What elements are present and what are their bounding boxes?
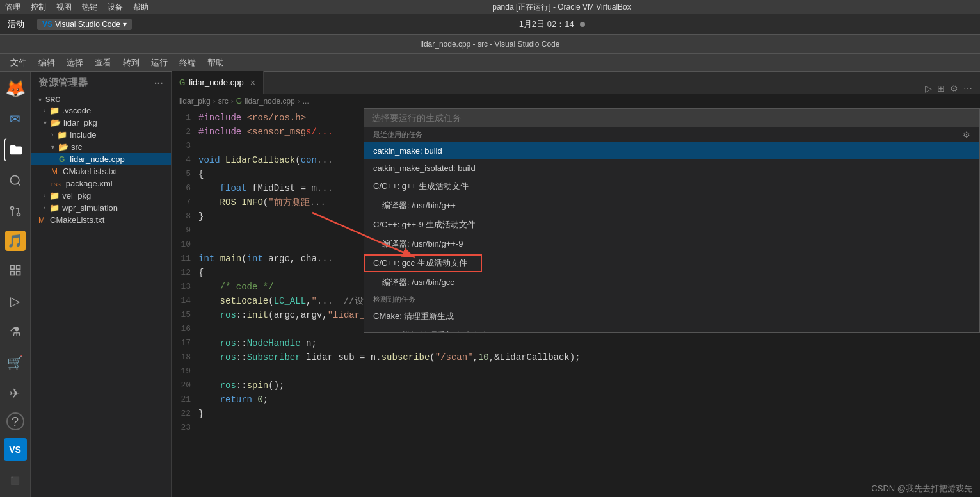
task-selector[interactable]: 最近使用的任务 ⚙ catkin_make: build catkin_make… <box>364 108 980 333</box>
split-icon[interactable]: ⊞ <box>937 83 945 94</box>
sidebar: 资源管理器 ··· ▾ SRC › 📁 .vscode ▾ 📂 lidar_pk… <box>31 72 172 497</box>
folder-icon-include: 📁 <box>57 130 67 140</box>
activity-email[interactable]: ✉ <box>4 108 27 131</box>
task-item-catkin-isolated[interactable]: catkin_make_isolated: build <box>364 159 979 177</box>
task-input-bar <box>364 109 979 127</box>
run-icon[interactable]: ▷ <box>925 83 932 94</box>
breadcrumb-filename: lidar_node.cpp <box>245 97 295 106</box>
activity-flask[interactable]: ⚗ <box>4 320 27 343</box>
editor-area: G lidar_node.cpp × ▷ ⊞ ⚙ ⋯ lidar_pkg › s… <box>172 72 980 497</box>
svg-line-1 <box>17 183 20 186</box>
menu-item-1[interactable]: 编辑 <box>33 55 60 70</box>
vm-menu-view[interactable]: 视图 <box>56 2 72 13</box>
activity-terminal[interactable]: ⬛ <box>4 469 27 492</box>
vm-menu-help[interactable]: 帮助 <box>133 2 149 13</box>
task-item-cpp-gcc[interactable]: C/C++: gcc 生成活动文件 <box>364 254 979 273</box>
activity-firefox[interactable]: 🦊 <box>4 77 27 100</box>
tree-item-vel-pkg[interactable]: › 📁 vel_pkg <box>31 190 171 202</box>
task-label-cpp-gpp9: C/C++: g++-9 生成活动文件 <box>373 219 476 231</box>
vm-menu-manage[interactable]: 管理 <box>5 2 20 13</box>
task-item-compiler-gcc[interactable]: 编译器: /usr/bin/gcc <box>364 273 979 292</box>
code-line-19: 19 <box>172 364 980 379</box>
task-label-catkin-build: catkin_make: build <box>373 146 442 156</box>
xml-icon: rss <box>51 180 61 188</box>
menu-item-3[interactable]: 查看 <box>90 55 116 70</box>
detected-label: 检测到的任务 <box>373 295 415 304</box>
tab-file-icon: G <box>179 78 185 87</box>
menu-item-2[interactable]: 选择 <box>61 55 88 70</box>
tree-item-include[interactable]: › 📁 include <box>31 129 171 141</box>
task-label-compiler-gpp: 编译器: /usr/bin/g++ <box>382 200 456 211</box>
activity-source-control[interactable] <box>4 200 27 223</box>
vscode-taskbar-btn[interactable]: VS Visual Studio Code ▾ <box>37 19 132 30</box>
taskbar: 活动 VS Visual Studio Code ▾ 1月2日 02：14 <box>0 14 980 35</box>
editor-tab-lidar[interactable]: G lidar_node.cpp × <box>172 71 264 94</box>
task-item-compiler-gpp9[interactable]: 编译器: /usr/bin/g++-9 <box>364 234 979 254</box>
svg-rect-7 <box>16 272 20 275</box>
tree-item-lidar-pkg[interactable]: ▾ 📂 lidar_pkg <box>31 117 171 129</box>
folder-icon-lidar-pkg: 📂 <box>51 118 61 127</box>
task-item-cpp-gpp9[interactable]: C/C++: g++-9 生成活动文件 <box>364 215 979 234</box>
tree-label-src-inner: src <box>71 142 82 152</box>
tree-label-lidar-node: lidar_node.cpp <box>70 154 124 164</box>
tree-label-include: include <box>70 130 96 140</box>
recent-label: 最近使用的任务 <box>373 130 422 140</box>
tab-bar: G lidar_node.cpp × ▷ ⊞ ⚙ ⋯ <box>172 72 980 94</box>
task-item-catkin-build[interactable]: catkin_make: build <box>364 142 979 159</box>
vscode-btn-label: Visual Studio Code <box>55 20 120 29</box>
activity-explorer[interactable] <box>4 138 27 161</box>
tree-arrow-vscode: › <box>44 107 45 114</box>
menu-item-0[interactable]: 文件 <box>5 55 32 70</box>
tree-item-wpr[interactable]: › 📁 wpr_simulation <box>31 202 171 214</box>
tree-item-package[interactable]: rss package.xml <box>31 177 171 190</box>
tree-item-lidar-node[interactable]: G lidar_node.cpp <box>31 153 171 165</box>
settings-icon[interactable]: ⚙ <box>950 83 958 94</box>
tree-item-src[interactable]: ▾ SRC <box>31 94 171 104</box>
tree-item-src-folder[interactable]: ▾ 📂 src <box>31 141 171 153</box>
tab-close-btn[interactable]: × <box>250 77 255 88</box>
tree-arrow-lidar-pkg: ▾ <box>44 119 47 126</box>
tree-arrow-vel: › <box>44 192 45 199</box>
more-icon[interactable]: ⋯ <box>963 83 972 94</box>
activity-search[interactable] <box>4 169 27 192</box>
menu-item-4[interactable]: 转到 <box>118 55 145 70</box>
vm-menu-control[interactable]: 控制 <box>31 2 46 13</box>
task-item-cpp-gpp[interactable]: C/C++: g++ 生成活动文件 <box>364 177 979 196</box>
tree-label-src: SRC <box>45 95 60 103</box>
menubar: const mbData = JSON.parse(document.getEl… <box>0 54 980 72</box>
task-label-cmake-template-clean: CMake 模板 清理重新生成 任务 <box>373 330 490 332</box>
tree-item-cmake[interactable]: M CMakeLists.txt <box>31 165 171 177</box>
menu-item-6[interactable]: 终端 <box>174 55 201 70</box>
vm-menu-hotkey[interactable]: 热键 <box>82 2 97 13</box>
vm-menu-device[interactable]: 设备 <box>108 2 123 13</box>
task-item-cmake-clean[interactable]: CMake: 清理重新生成 <box>364 307 979 326</box>
tree-item-vscode[interactable]: › 📁 .vscode <box>31 104 171 117</box>
task-item-compiler-gpp[interactable]: 编译器: /usr/bin/g++ <box>364 196 979 215</box>
sidebar-more-icon[interactable]: ··· <box>154 77 163 88</box>
code-line-20: 20 ros::spin(); <box>172 379 980 393</box>
task-item-cmake-template-clean[interactable]: CMake 模板 清理重新生成 任务 <box>364 326 979 332</box>
activity-help[interactable]: ? <box>6 412 24 430</box>
task-label-compiler-gpp9: 编译器: /usr/bin/g++-9 <box>382 238 463 250</box>
tree-label-cmake: CMakeLists.txt <box>63 167 117 176</box>
gear-icon[interactable]: ⚙ <box>963 130 970 140</box>
task-section-recent: 最近使用的任务 ⚙ <box>364 127 979 142</box>
sidebar-title: 资源管理器 <box>38 77 88 89</box>
tree-arrow-src: ▾ <box>38 96 42 103</box>
activity-store[interactable]: 🛒 <box>4 351 27 374</box>
breadcrumb: lidar_pkg › src › G lidar_node.cpp › ... <box>172 94 980 108</box>
activity-music[interactable]: 🎵 <box>5 231 26 251</box>
activity-debug[interactable]: ▷ <box>4 289 27 313</box>
task-label-cpp-gcc: C/C++: gcc 生成活动文件 <box>373 257 467 269</box>
activity-extensions[interactable] <box>4 259 27 282</box>
menu-item-5[interactable]: 运行 <box>146 55 173 70</box>
menu-item-7[interactable]: 帮助 <box>202 55 229 70</box>
activity-fly[interactable]: ✈ <box>4 382 27 405</box>
task-label-catkin-isolated: catkin_make_isolated: build <box>373 163 476 173</box>
activity-vscode[interactable]: VS <box>4 438 27 461</box>
folder-icon-vscode: 📁 <box>49 106 60 115</box>
tree-item-cmake-root[interactable]: M CMakeLists.txt <box>31 214 171 226</box>
vm-menu-bar[interactable]: 管理 控制 视图 热键 设备 帮助 <box>5 2 149 13</box>
task-search-input[interactable] <box>372 113 972 123</box>
taskbar-datetime: 1月2日 02：14 <box>519 19 586 30</box>
